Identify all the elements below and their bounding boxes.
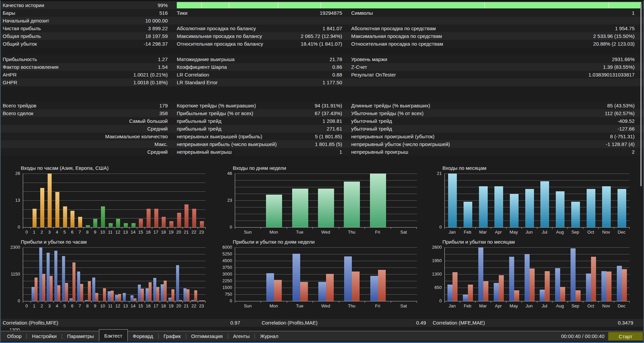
stat-value: Максимальное количество [3, 133, 168, 140]
y-axis-label: 2600 [424, 245, 442, 250]
bar [40, 188, 44, 227]
bar-profit [115, 295, 118, 301]
report-row: Начальный депозит10 000.00 [0, 17, 644, 24]
x-axis-tick [190, 301, 191, 303]
tab-форвард[interactable]: Форвард [128, 331, 158, 341]
x-axis-tick [190, 228, 191, 229]
bar [154, 209, 158, 227]
y-axis-label: 13 [2, 198, 20, 203]
gridline [235, 180, 417, 181]
bar [139, 219, 143, 227]
tab-настройки[interactable]: Настройки [27, 331, 62, 341]
report-row: Макс.непрерывная прибыль (число выигрыше… [0, 140, 644, 148]
stat-value: 99% [3, 1, 168, 9]
corr-profits-mfe-value: 0.97 [3, 319, 240, 327]
bar [479, 186, 488, 227]
bar-profit [617, 266, 622, 301]
chart-title-entries-by-weekday: Входы по дням недели [233, 165, 286, 171]
x-axis-tick [522, 228, 522, 229]
stat-value: 18.41% (1 841.07) [177, 40, 342, 48]
x-axis-tick [31, 228, 31, 229]
stat-value: 1.0021 (0.21%) [3, 71, 168, 79]
stat-value: 112 (62.57%) [351, 109, 635, 117]
bar [318, 189, 334, 227]
chart-title-entries-by-hour: Входы по часам (Азия, Европа, США) [21, 165, 109, 171]
stat-value: 516 [3, 9, 168, 17]
stat-value: 1 841.07 [177, 24, 342, 32]
bar-loss [202, 300, 205, 301]
bar-loss [576, 290, 581, 301]
stat-value: 1.39 (83.55%) [351, 63, 635, 71]
chart-title-pnl-by-hour: Прибыли и убытки по часам [21, 239, 87, 245]
bar-loss [352, 272, 360, 301]
stat-value: 358 [3, 109, 168, 117]
chart-title-pnl-by-weekday: Прибыли и убытки по дням недели [233, 239, 315, 245]
x-axis-tick [475, 301, 476, 303]
x-axis-tick [53, 228, 54, 229]
y-axis-label: 0 [214, 225, 232, 230]
x-axis-tick [114, 228, 114, 229]
gridline [23, 261, 206, 261]
tab-журнал[interactable]: Журнал [255, 331, 283, 341]
tab-оптимизация[interactable]: Оптимизация [186, 331, 228, 341]
x-axis-tick [365, 301, 365, 303]
bar [86, 225, 90, 227]
x-axis-tick [614, 301, 614, 303]
x-axis-tick [38, 228, 38, 229]
x-axis-tick [129, 228, 129, 229]
x-axis-tick [339, 228, 339, 229]
bar-loss [452, 272, 458, 301]
x-axis-tick [84, 228, 84, 229]
tab-график[interactable]: График [159, 331, 186, 341]
report-row: Среднийприбыльный трейд271.61убыточный т… [0, 125, 644, 133]
x-axis-tick [152, 301, 152, 303]
bar-profit [447, 285, 452, 301]
bar-profit [344, 256, 352, 301]
stat-value: 1.27 [3, 55, 168, 63]
x-axis-tick [506, 228, 506, 229]
stat-value: -127.66 [351, 125, 635, 133]
x-axis-tick [99, 228, 99, 229]
tab-параметры[interactable]: Параметры [62, 331, 99, 341]
y-axis-label: 21 [424, 171, 442, 176]
bar-loss [378, 270, 386, 301]
bar-profit [478, 247, 483, 301]
x-axis-tick [235, 228, 235, 229]
x-axis-tick [522, 301, 522, 303]
stat-value: 20.88% (2 123.03) [351, 40, 635, 48]
x-axis-tick [23, 301, 23, 303]
gridline [445, 180, 630, 181]
start-button[interactable]: Старт [608, 332, 643, 341]
bar [266, 195, 282, 227]
stat-value: 19294875 [177, 9, 342, 17]
bar-profit [540, 290, 545, 301]
bar-profit [191, 300, 194, 301]
bar-profit [168, 298, 171, 301]
stat-value: 67 (37.43%) [177, 109, 342, 117]
bar-loss [530, 268, 535, 301]
bar-loss [560, 287, 565, 301]
chart-title-pnl-by-month: Прибыли и убытки по месяцам [442, 239, 515, 245]
tab-агенты[interactable]: Агенты [228, 331, 255, 341]
gridline [445, 261, 630, 261]
x-axis-tick [152, 228, 152, 229]
bar-profit [494, 283, 499, 301]
tab-бэктест[interactable]: Бэктест [99, 329, 128, 341]
bar-profit [161, 284, 164, 301]
bar-profit [509, 257, 514, 301]
gridline [445, 247, 630, 248]
tab-обзор[interactable]: Обзор [2, 331, 26, 341]
stat-value: 3 899.22 [3, 24, 168, 32]
bar-loss [118, 294, 121, 301]
bar-loss [274, 280, 282, 301]
bar [131, 223, 136, 227]
stat-value: 85 (43.53%) [351, 102, 635, 109]
bar-profit [146, 288, 149, 301]
stat-value: 2 065.72 (12.94%) [177, 32, 342, 40]
x-axis-tick [46, 301, 46, 303]
x-axis-tick [583, 228, 583, 229]
x-axis-tick [38, 301, 38, 303]
chart-plot-pnl-by-hour [23, 247, 206, 301]
vertical-scrollbar-thumb[interactable] [640, 3, 642, 186]
x-axis-tick [61, 301, 61, 303]
